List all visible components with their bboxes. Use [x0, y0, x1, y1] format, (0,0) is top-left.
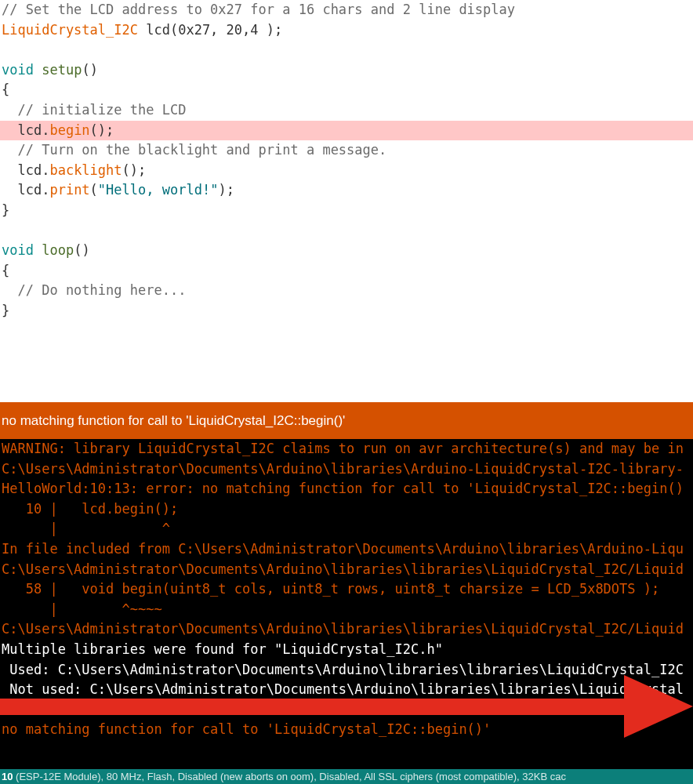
type-token: LiquidCrystal_I2C	[2, 22, 138, 38]
keyword-token: void	[2, 242, 34, 258]
blank-line	[0, 40, 693, 60]
console-line: 58 | void begin(uint8_t cols, uint8_t ro…	[0, 579, 693, 600]
console-line: | ^~~~~	[0, 600, 693, 620]
code-line: void setup()	[0, 60, 693, 81]
code-editor[interactable]: // Set the LCD address to 0x27 for a 16 …	[0, 0, 693, 402]
console-line: | ^	[0, 519, 693, 539]
keyword-token: void	[2, 62, 34, 78]
status-bar: 10 (ESP-12E Module), 80 MHz, Flash, Disa…	[0, 769, 693, 784]
console-line: Used: C:\Users\Administrator\Documents\A…	[0, 660, 693, 681]
comment-text: // Set the LCD address to 0x27 for a 16 …	[2, 2, 515, 17]
code-line: LiquidCrystal_I2C lcd(0x27, 20,4 );	[0, 20, 693, 41]
code-line: {	[0, 261, 693, 281]
code-line: {	[0, 80, 693, 100]
console-line: 10 | lcd.begin();	[0, 499, 693, 520]
error-banner-text: no matching function for call to 'Liquid…	[2, 413, 345, 428]
status-text: (ESP-12E Module), 80 MHz, Flash, Disable…	[16, 771, 566, 782]
member-token: backlight	[49, 162, 122, 178]
function-name: setup	[42, 62, 82, 78]
status-board-prefix: 10	[2, 771, 16, 782]
parens: ()	[82, 62, 97, 78]
code-line: lcd.print("Hello, world!");	[0, 180, 693, 201]
member-token: print	[49, 182, 89, 198]
console-line: C:\Users\Administrator\Documents\Arduino…	[0, 619, 693, 640]
comment-text: // Turn on the blacklight and print a me…	[2, 142, 386, 158]
string-literal: "Hello, world!"	[98, 182, 219, 198]
code-line: }	[0, 301, 693, 321]
console-line: exit status 1	[0, 700, 693, 720]
console-line: HelloWorld:10:13: error: no matching fun…	[0, 479, 693, 499]
error-line-highlight: lcd.begin();	[0, 121, 693, 141]
console-line: no matching function for call to 'Liquid…	[0, 720, 693, 740]
code-line: // Set the LCD address to 0x27 for a 16 …	[0, 0, 693, 20]
parens: ()	[74, 242, 89, 258]
console-line: C:\Users\Administrator\Documents\Arduino…	[0, 459, 693, 480]
code-line: lcd.backlight();	[0, 161, 693, 181]
comment-text: // Do nothing here...	[2, 282, 186, 298]
console-line: C:\Users\Administrator\Documents\Arduino…	[0, 560, 693, 580]
function-name: loop	[42, 242, 74, 258]
code-line: }	[0, 201, 693, 221]
code-rest: lcd(0x27, 20,4 );	[138, 22, 282, 38]
console-line: In file included from C:\Users\Administr…	[0, 539, 693, 560]
error-banner: no matching function for call to 'Liquid…	[0, 402, 693, 439]
console-line: Not used: C:\Users\Administrator\Documen…	[0, 680, 693, 700]
blank-line	[0, 221, 693, 241]
code-line: // initialize the LCD	[0, 100, 693, 121]
code-line: // Do nothing here...	[0, 281, 693, 301]
code-line: void loop()	[0, 241, 693, 261]
console-line: WARNING: library LiquidCrystal_I2C claim…	[0, 439, 693, 459]
member-token: begin	[49, 122, 89, 138]
code-line: // Turn on the blacklight and print a me…	[0, 140, 693, 161]
compiler-output-console[interactable]: WARNING: library LiquidCrystal_I2C claim…	[0, 439, 693, 769]
console-line: Multiple libraries were found for "Liqui…	[0, 640, 693, 660]
comment-text: // initialize the LCD	[2, 102, 186, 118]
